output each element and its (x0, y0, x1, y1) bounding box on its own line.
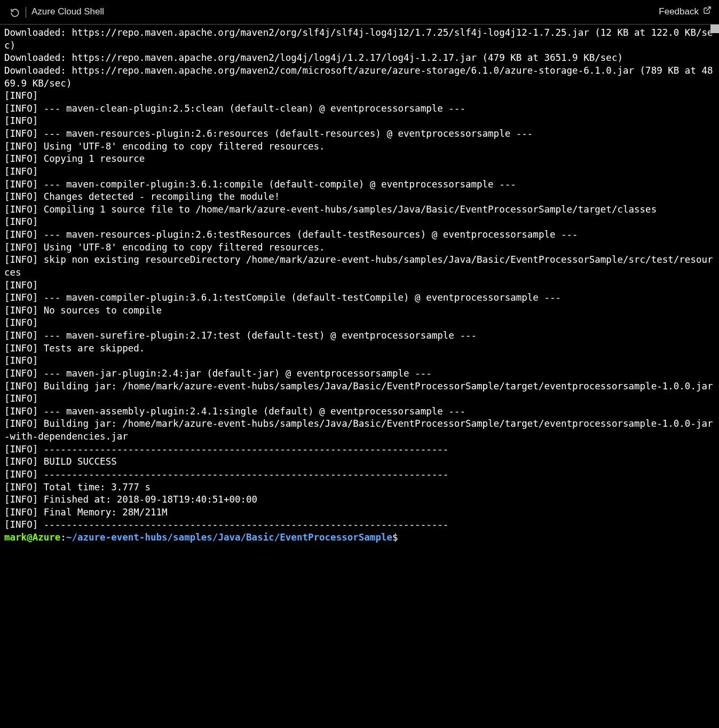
scrollbar[interactable] (710, 25, 719, 728)
feedback-link[interactable]: Feedback (659, 6, 712, 18)
prompt-user-host: mark@Azure (4, 532, 60, 543)
restart-icon[interactable] (7, 6, 22, 18)
terminal[interactable]: Downloaded: https://repo.maven.apache.or… (0, 25, 719, 544)
feedback-label: Feedback (659, 6, 699, 18)
terminal-output: Downloaded: https://repo.maven.apache.or… (4, 27, 713, 530)
scroll-up-arrow[interactable] (710, 25, 719, 33)
app-title: Azure Cloud Shell (31, 6, 104, 18)
svg-line-0 (707, 7, 710, 11)
prompt-colon: : (60, 532, 66, 543)
header-divider (26, 7, 26, 18)
external-link-icon (703, 6, 712, 18)
shell-prompt: mark@Azure:~/azure-event-hubs/samples/Ja… (4, 532, 398, 543)
terminal-container: Downloaded: https://repo.maven.apache.or… (0, 25, 719, 728)
prompt-path: ~/azure-event-hubs/samples/Java/Basic/Ev… (66, 532, 392, 543)
cloudshell-header: Azure Cloud Shell Feedback (0, 0, 719, 25)
prompt-dollar: $ (392, 532, 398, 543)
